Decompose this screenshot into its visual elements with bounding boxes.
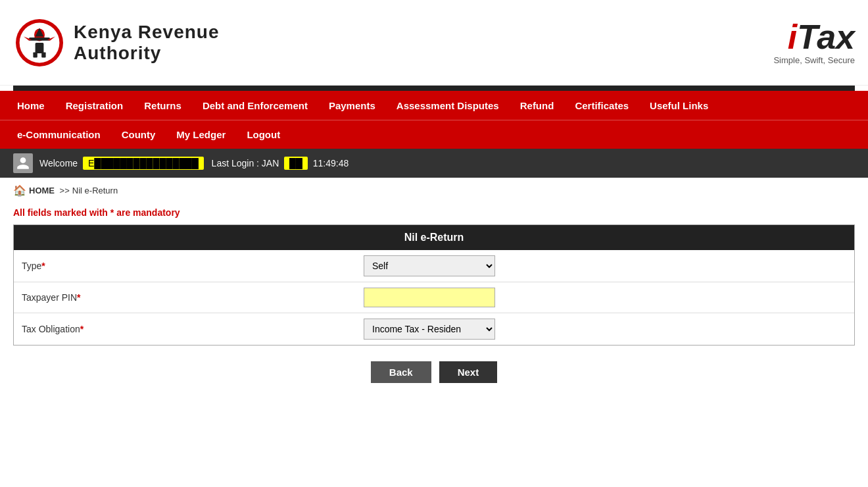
form-title: Nil e-Return (14, 225, 854, 250)
kra-emblem-icon (13, 16, 66, 69)
breadcrumb-home-link[interactable]: HOME (29, 186, 55, 195)
nav-returns[interactable]: Returns (133, 92, 192, 119)
type-required-star: * (41, 261, 45, 271)
form-row-type: Type* Self Agent (14, 250, 854, 282)
nav-secondary: e-Communication County My Ledger Logout (0, 120, 868, 149)
itax-tagline: Simple, Swift, Secure (773, 55, 855, 65)
nav-ecommunication[interactable]: e-Communication (7, 121, 111, 148)
person-icon (16, 156, 30, 170)
tax-obligation-select[interactable]: Income Tax - Residen VAT PAYE Turnover T… (364, 319, 495, 340)
itax-brand: iTax (788, 20, 855, 54)
taxpayer-pin-label: Taxpayer PIN* (22, 292, 364, 303)
last-login-highlight: ██ (284, 157, 308, 170)
breadcrumb-separator: >> (57, 186, 70, 195)
nav-county[interactable]: County (111, 121, 166, 148)
kra-line1: Kenya Revenue (74, 22, 220, 43)
back-button[interactable]: Back (371, 361, 431, 383)
nav-my-ledger[interactable]: My Ledger (166, 121, 236, 148)
mandatory-notice: All fields marked with * are mandatory (0, 203, 868, 224)
nav-home[interactable]: Home (7, 92, 55, 119)
tax-obligation-field: Income Tax - Residen VAT PAYE Turnover T… (364, 319, 846, 340)
tax-obligation-label: Tax Obligation* (22, 324, 364, 334)
nav-logout[interactable]: Logout (236, 121, 291, 148)
svg-rect-4 (29, 38, 50, 41)
svg-rect-8 (33, 52, 37, 57)
next-button[interactable]: Next (439, 361, 498, 383)
form-body: Type* Self Agent Taxpayer PIN* Tax Oblig… (14, 250, 854, 345)
nav-primary: Home Registration Returns Debt and Enfor… (0, 91, 868, 120)
breadcrumb: 🏠 HOME >> Nil e-Return (0, 178, 868, 203)
svg-rect-7 (36, 43, 44, 53)
breadcrumb-current: Nil e-Return (72, 186, 118, 195)
taxpayer-pin-field (364, 288, 846, 307)
page-header: Kenya Revenue Authority iTax Simple, Swi… (0, 0, 868, 86)
divider-bar (13, 86, 855, 91)
username-highlight: E████████████████ (83, 157, 204, 170)
svg-rect-9 (41, 52, 45, 57)
nav-payments[interactable]: Payments (318, 92, 386, 119)
kra-logo: Kenya Revenue Authority (13, 16, 220, 69)
type-field: Self Agent (364, 255, 846, 276)
nav-refund[interactable]: Refund (510, 92, 565, 119)
nav-certificates[interactable]: Certificates (564, 92, 639, 119)
taxpayer-pin-input[interactable] (364, 288, 495, 307)
taxpayer-pin-required-star: * (77, 292, 80, 303)
type-label: Type* (22, 261, 364, 271)
itax-logo: iTax Simple, Swift, Secure (773, 20, 855, 65)
nil-ereturn-form: Nil e-Return Type* Self Agent Taxpayer P… (13, 224, 855, 346)
kra-name: Kenya Revenue Authority (74, 22, 220, 64)
kra-line2: Authority (74, 43, 220, 64)
type-select[interactable]: Self Agent (364, 255, 495, 276)
tax-obligation-required-star: * (80, 324, 84, 334)
form-row-tax-obligation: Tax Obligation* Income Tax - Residen VAT… (14, 313, 854, 345)
nav-assessment-disputes[interactable]: Assessment Disputes (386, 92, 510, 119)
nav-useful-links[interactable]: Useful Links (639, 92, 719, 119)
nav-debt-enforcement[interactable]: Debt and Enforcement (192, 92, 318, 119)
form-row-taxpayer-pin: Taxpayer PIN* (14, 282, 854, 313)
nav-registration[interactable]: Registration (55, 92, 134, 119)
user-avatar-icon (13, 153, 33, 173)
form-buttons: Back Next (0, 346, 868, 399)
welcome-text: Welcome E████████████████ Last Login : J… (39, 158, 349, 168)
welcome-bar: Welcome E████████████████ Last Login : J… (0, 149, 868, 178)
home-icon: 🏠 (13, 184, 26, 197)
